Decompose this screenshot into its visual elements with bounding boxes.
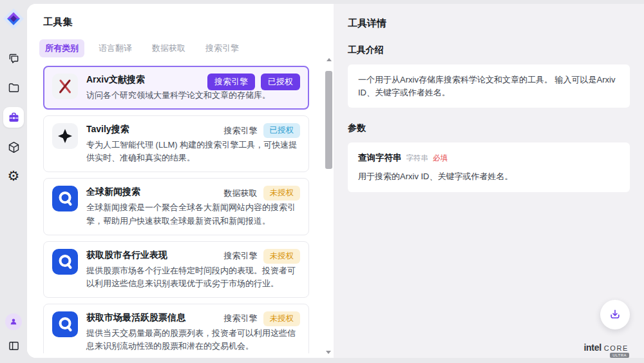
sidebar: ⚙: [0, 0, 27, 363]
tool-tags: 搜索引擎 已授权: [224, 123, 301, 138]
category-tab[interactable]: 搜索引擎: [200, 39, 245, 57]
folder-icon[interactable]: [4, 78, 23, 97]
param-required-badge: 必填: [433, 153, 448, 164]
tool-tags: 搜索引擎 已授权: [207, 74, 300, 90]
tool-list-panel: 工具集 所有类别 语言翻译 数据获取 搜索引擎 Arxiv文献搜索 访问各个研究…: [27, 4, 334, 358]
page-title: 工具集: [43, 16, 334, 28]
panel-toggle-icon[interactable]: [4, 336, 23, 355]
tool-tags: 搜索引擎 未授权: [224, 249, 301, 264]
arxiv-icon: [52, 74, 78, 99]
core-wordmark: core: [604, 344, 629, 352]
user-avatar[interactable]: [5, 313, 22, 330]
sidebar-bottom: [4, 313, 23, 355]
ultra-badge: ultra: [610, 353, 629, 358]
tool-category-badge: 搜索引擎: [224, 125, 258, 137]
intro-box: 一个用于从Arxiv存储库搜索科学论文和文章的工具。 输入可以是Arxiv ID…: [348, 64, 630, 108]
intel-wordmark: intel: [584, 342, 601, 353]
param-head: 查询字符串 字符串 必填: [358, 152, 620, 164]
detail-title: 工具详情: [348, 17, 630, 30]
intel-core-logo: intel core ultra: [584, 342, 629, 353]
tool-description: 提供股票市场各个行业在特定时间段内的表现。投资者可以利用这些信息来识别表现优于或…: [86, 264, 300, 290]
download-icon: [609, 308, 621, 321]
tool-card[interactable]: Tavily搜索 专为人工智能代理 (LLM) 构建的搜索引擎工具，可快速提供实…: [43, 115, 309, 172]
tool-description: 专为人工智能代理 (LLM) 构建的搜索引擎工具，可快速提供实时、准确和真实的结…: [86, 139, 300, 164]
app-logo-gem-icon: [3, 8, 24, 30]
sidebar-nav: ⚙: [3, 49, 24, 186]
params-heading: 参数: [348, 123, 630, 134]
tool-auth-badge: 已授权: [263, 123, 301, 138]
category-tab[interactable]: 所有类别: [39, 39, 84, 57]
chat-icon[interactable]: [4, 49, 23, 68]
tool-auth-badge: 未授权: [263, 249, 301, 264]
tool-tags: 数据获取 未授权: [224, 186, 301, 201]
tool-category-badge: 搜索引擎: [224, 250, 258, 262]
tool-detail-panel: 工具详情 工具介绍 一个用于从Arxiv存储库搜索科学论文和文章的工具。 输入可…: [334, 4, 644, 358]
tool-card[interactable]: 获取股市各行业表现 提供股票市场各个行业在特定时间段内的表现。投资者可以利用这些…: [43, 241, 309, 298]
main-window: 工具集 所有类别 语言翻译 数据获取 搜索引擎 Arxiv文献搜索 访问各个研究…: [27, 4, 644, 358]
cube-icon[interactable]: [4, 137, 23, 157]
tool-description: 访问各个研究领域大量科学论文和文章的存储库。: [86, 89, 270, 102]
avatar: [5, 313, 22, 330]
scrollbar-thumb[interactable]: [325, 71, 332, 169]
tool-list: Arxiv文献搜索 访问各个研究领域大量科学论文和文章的存储库。 搜索引擎 已授…: [43, 66, 334, 353]
param-box: 查询字符串 字符串 必填 用于搜索的Arxiv ID、关键字或作者姓名。: [348, 142, 630, 192]
quark-icon: [52, 249, 78, 275]
intro-heading: 工具介绍: [348, 44, 630, 56]
tool-card[interactable]: Arxiv文献搜索 访问各个研究领域大量科学论文和文章的存储库。 搜索引擎 已授…: [43, 66, 309, 110]
tool-card[interactable]: 获取市场最活跃股票信息 提供当天交易量最高的股票列表，投资者可以利用这些信息来识…: [43, 304, 309, 353]
tool-tags: 搜索引擎 未授权: [224, 311, 301, 326]
scrollbar: [325, 57, 333, 355]
download-button[interactable]: [600, 300, 630, 329]
scroll-up-arrow-icon[interactable]: [327, 58, 332, 61]
param-type: 字符串: [406, 153, 429, 164]
tool-card[interactable]: 全球新闻搜索 全球新闻搜索是一个聚合全球各大新闻网站内容的搜索引擎，帮助用户快速…: [43, 178, 309, 235]
tool-category-badge: 数据获取: [224, 188, 258, 199]
param-name: 查询字符串: [358, 152, 402, 164]
category-tabs: 所有类别 语言翻译 数据获取 搜索引擎: [39, 39, 334, 57]
category-tab[interactable]: 语言翻译: [93, 39, 138, 57]
tool-description: 全球新闻搜索是一个聚合全球各大新闻网站内容的搜索引擎，帮助用户快速获取全球最新资…: [86, 201, 300, 227]
tool-category-badge: 搜索引擎: [224, 313, 258, 324]
tavily-icon: [52, 123, 78, 149]
tool-auth-badge: 未授权: [263, 311, 301, 326]
category-tab[interactable]: 数据获取: [146, 39, 191, 57]
tool-auth-badge: 未授权: [263, 186, 301, 201]
quark-icon: [52, 186, 78, 211]
param-description: 用于搜索的Arxiv ID、关键字或作者姓名。: [358, 170, 620, 183]
toolbox-icon[interactable]: [3, 107, 24, 128]
tool-category-badge: 搜索引擎: [207, 74, 255, 90]
scroll-down-arrow-icon[interactable]: [326, 351, 331, 354]
tool-description: 提供当天交易量最高的股票列表，投资者可以利用这些信息来识别流动性强的股票和潜在的…: [86, 327, 300, 353]
quark-icon: [52, 311, 78, 337]
settings-gear-icon[interactable]: ⚙: [4, 166, 23, 186]
tool-auth-badge: 已授权: [261, 74, 300, 90]
